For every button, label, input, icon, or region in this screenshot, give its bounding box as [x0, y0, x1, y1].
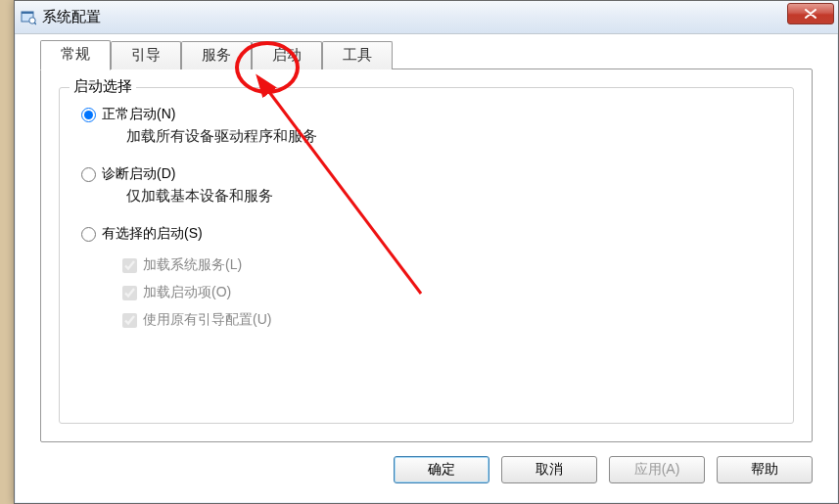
- checkbox-input: [122, 286, 137, 300]
- checkbox-label: 加载启动项(O): [143, 284, 231, 301]
- radio-diag-desc: 仅加载基本设备和服务: [126, 187, 771, 206]
- radio-input[interactable]: [81, 167, 96, 182]
- ok-button[interactable]: 确定: [394, 456, 489, 483]
- button-row: 确定 取消 应用(A) 帮助: [394, 456, 813, 483]
- groupbox-title: 启动选择: [70, 77, 136, 96]
- button-label: 帮助: [751, 461, 778, 477]
- radio-input[interactable]: [81, 227, 96, 242]
- cancel-button[interactable]: 取消: [501, 456, 597, 483]
- button-label: 取消: [536, 461, 563, 477]
- tab-label: 常规: [61, 45, 90, 62]
- svg-rect-1: [22, 12, 33, 14]
- window-title: 系统配置: [42, 8, 101, 26]
- app-icon: [21, 10, 36, 25]
- check-load-startup: 加载启动项(O): [122, 284, 771, 301]
- checkbox-label: 使用原有引导配置(U): [143, 311, 271, 329]
- radio-label: 有选择的启动(S): [102, 225, 203, 243]
- client-area: 常规 引导 服务 启动 工具 启动选择 正常启动(N) 加载所有设备驱动程序和服…: [23, 40, 830, 495]
- check-use-orig-boot: 使用原有引导配置(U): [122, 311, 771, 329]
- groupbox-startup-selection: 启动选择 正常启动(N) 加载所有设备驱动程序和服务 诊断启动(D) 仅加载基本…: [59, 87, 794, 424]
- tab-label: 服务: [202, 46, 231, 63]
- help-button[interactable]: 帮助: [717, 456, 813, 483]
- tab-label: 引导: [131, 46, 161, 63]
- radio-label: 诊断启动(D): [102, 165, 175, 183]
- radio-normal-desc: 加载所有设备驱动程序和服务: [126, 127, 771, 146]
- tab-label: 启动: [272, 46, 302, 63]
- radio-diagnostic-startup[interactable]: 诊断启动(D): [81, 165, 771, 183]
- dialog-window: 系统配置 常规 引导 服务 启动 工具 启动选择 正常启动(N): [14, 0, 839, 504]
- tab-general[interactable]: 常规: [40, 40, 111, 70]
- close-icon: [805, 9, 816, 19]
- button-label: 应用(A): [634, 461, 680, 477]
- tab-tools[interactable]: 工具: [322, 41, 393, 69]
- tab-panel-general: 启动选择 正常启动(N) 加载所有设备驱动程序和服务 诊断启动(D) 仅加载基本…: [40, 69, 813, 442]
- close-button[interactable]: [787, 3, 834, 24]
- radio-selective-startup[interactable]: 有选择的启动(S): [81, 225, 771, 243]
- tab-services[interactable]: 服务: [181, 41, 252, 69]
- tab-boot[interactable]: 引导: [111, 41, 181, 69]
- tab-startup[interactable]: 启动: [252, 41, 322, 69]
- radio-normal-startup[interactable]: 正常启动(N): [81, 106, 771, 123]
- checkbox-label: 加载系统服务(L): [143, 256, 242, 274]
- button-label: 确定: [428, 461, 455, 477]
- apply-button: 应用(A): [609, 456, 705, 483]
- check-load-services: 加载系统服务(L): [122, 256, 771, 274]
- checkbox-input: [122, 313, 137, 328]
- titlebar[interactable]: 系统配置: [15, 1, 838, 34]
- radio-label: 正常启动(N): [102, 106, 175, 123]
- options-area: 正常启动(N) 加载所有设备驱动程序和服务 诊断启动(D) 仅加载基本设备和服务…: [60, 88, 793, 356]
- checkbox-input: [122, 258, 137, 273]
- tab-strip: 常规 引导 服务 启动 工具: [23, 40, 830, 69]
- svg-line-3: [34, 23, 36, 24]
- radio-input[interactable]: [81, 108, 96, 122]
- tab-label: 工具: [343, 46, 372, 63]
